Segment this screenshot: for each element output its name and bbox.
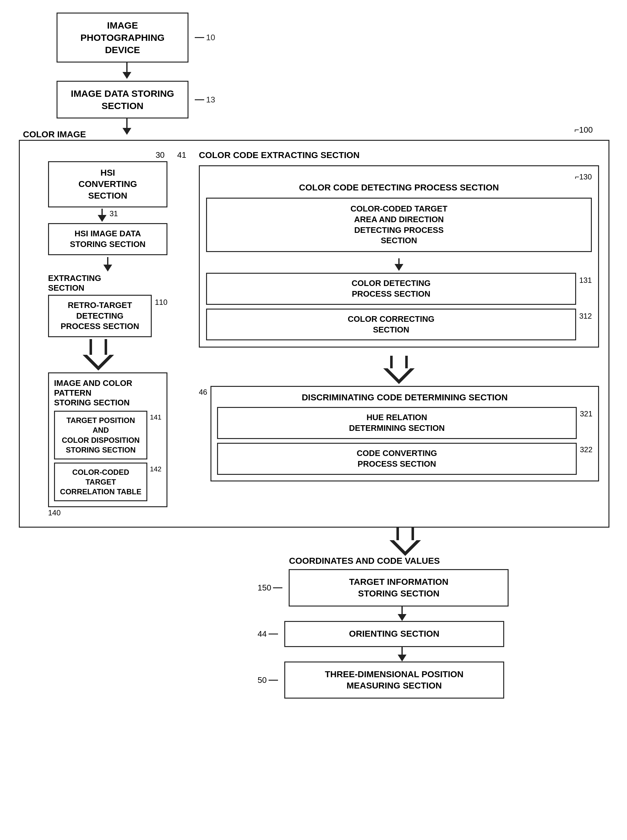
image-color-pattern-storing-label: IMAGE AND COLOR PATTERN STORING SECTION xyxy=(54,378,161,407)
color-code-detecting-label: COLOR CODE DETECTING PROCESS SECTION xyxy=(206,183,592,193)
ref-13: 13 xyxy=(206,95,215,105)
ref-44: 44 xyxy=(258,629,267,639)
ref-31: 31 xyxy=(110,209,118,218)
ref-312: 312 xyxy=(579,312,592,321)
ref-141: 141 xyxy=(150,413,161,422)
hsi-converting-section-box: HSI CONVERTING SECTION xyxy=(48,161,167,207)
discriminating-code-label: DISCRIMINATING CODE DETERMINING SECTION xyxy=(217,393,592,403)
ref-10: 10 xyxy=(206,33,215,43)
ref-142: 142 xyxy=(150,465,161,473)
ref-100: ⌐100 xyxy=(574,125,593,135)
ref-41: 41 xyxy=(177,150,186,160)
hsi-image-data-storing-box: HSI IMAGE DATA STORING SECTION xyxy=(48,223,167,255)
color-coded-target-box: COLOR-CODED TARGET CORRELATION TABLE xyxy=(54,463,147,502)
image-data-storing-section-box: IMAGE DATA STORING SECTION xyxy=(57,81,189,118)
ref-322: 322 xyxy=(580,445,592,454)
extracting-section-label: EXTRACTING SECTION xyxy=(48,273,167,293)
target-position-color-box: TARGET POSITION AND COLOR DISPOSITION ST… xyxy=(54,411,147,459)
three-dimensional-box: THREE-DIMENSIONAL POSITION MEASURING SEC… xyxy=(284,662,504,699)
orienting-section-box: ORIENTING SECTION xyxy=(284,621,504,647)
target-information-storing-box: TARGET INFORMATION STORING SECTION xyxy=(289,569,509,606)
color-detecting-process-box: COLOR DETECTING PROCESS SECTION xyxy=(206,273,576,305)
image-photographing-device-box: IMAGE PHOTOGRAPHING DEVICE xyxy=(57,13,189,63)
code-converting-process-box: CODE CONVERTING PROCESS SECTION xyxy=(217,443,577,475)
ref-130: 130 xyxy=(579,172,592,181)
ref-30: 30 xyxy=(156,150,165,160)
diagram: IMAGE PHOTOGRAPHING DEVICE 10 IMAGE DATA… xyxy=(19,13,608,699)
retro-target-detecting-box: RETRO-TARGET DETECTING PROCESS SECTION xyxy=(48,295,152,337)
color-image-label: COLOR IMAGE xyxy=(23,129,86,139)
ref-321: 321 xyxy=(580,409,592,418)
ref-46: 46 xyxy=(199,388,207,396)
color-correcting-section-box: COLOR CORRECTING SECTION xyxy=(206,309,576,341)
ref-131: 131 xyxy=(579,276,592,285)
ref-110: 110 xyxy=(155,298,167,307)
color-coded-target-area-box: COLOR-CODED TARGET AREA AND DIRECTION DE… xyxy=(206,198,592,252)
coordinates-code-label: COORDINATES AND CODE VALUES xyxy=(289,556,509,566)
color-code-extracting-label: COLOR CODE EXTRACTING SECTION xyxy=(199,150,599,160)
ref-140: 140 xyxy=(48,508,61,517)
ref-50: 50 xyxy=(258,675,267,685)
ref-150: 150 xyxy=(258,583,271,593)
hue-relation-determining-box: HUE RELATION DETERMINING SECTION xyxy=(217,407,577,439)
